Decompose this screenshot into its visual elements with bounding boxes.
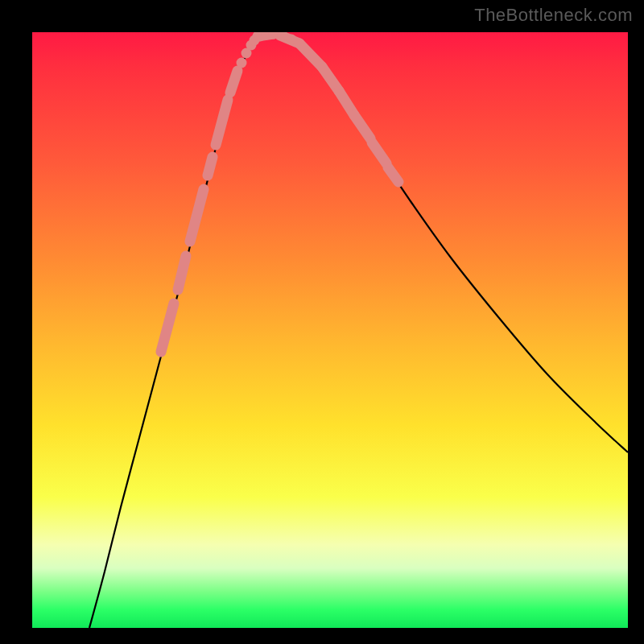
highlight-dot: [287, 35, 297, 45]
highlight-segment: [161, 303, 174, 352]
highlight-overlays: [161, 32, 398, 352]
chart-frame: TheBottleneck.com: [0, 0, 644, 644]
highlight-segment: [216, 100, 228, 145]
highlight-segment: [354, 115, 370, 138]
highlight-segment: [372, 142, 386, 163]
highlight-dot: [237, 58, 247, 68]
highlight-segment: [178, 256, 186, 290]
watermark-label: TheBottleneck.com: [474, 5, 633, 26]
chart-svg: [32, 32, 628, 628]
highlight-segment: [388, 167, 398, 182]
highlight-segment: [190, 189, 204, 242]
highlight-segment: [230, 71, 237, 93]
plot-area: [32, 32, 628, 628]
highlight-segment: [208, 157, 213, 175]
